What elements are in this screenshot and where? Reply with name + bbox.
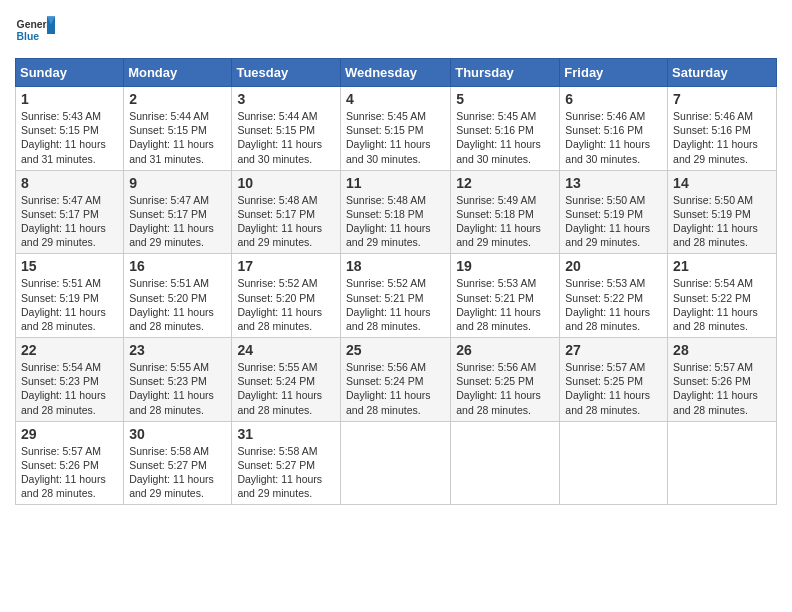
day-info: Sunrise: 5:52 AMSunset: 5:20 PMDaylight:…: [237, 277, 322, 332]
day-info: Sunrise: 5:49 AMSunset: 5:18 PMDaylight:…: [456, 194, 541, 249]
day-number: 3: [237, 91, 335, 107]
calendar-day-20: 20Sunrise: 5:53 AMSunset: 5:22 PMDayligh…: [560, 254, 668, 338]
calendar-week-5: 29Sunrise: 5:57 AMSunset: 5:26 PMDayligh…: [16, 421, 777, 505]
day-number: 14: [673, 175, 771, 191]
calendar-day-4: 4Sunrise: 5:45 AMSunset: 5:15 PMDaylight…: [340, 87, 450, 171]
day-number: 9: [129, 175, 226, 191]
calendar-day-25: 25Sunrise: 5:56 AMSunset: 5:24 PMDayligh…: [340, 338, 450, 422]
day-number: 28: [673, 342, 771, 358]
day-number: 22: [21, 342, 118, 358]
column-header-sunday: Sunday: [16, 59, 124, 87]
calendar-week-4: 22Sunrise: 5:54 AMSunset: 5:23 PMDayligh…: [16, 338, 777, 422]
day-info: Sunrise: 5:47 AMSunset: 5:17 PMDaylight:…: [129, 194, 214, 249]
day-info: Sunrise: 5:46 AMSunset: 5:16 PMDaylight:…: [673, 110, 758, 165]
calendar-day-3: 3Sunrise: 5:44 AMSunset: 5:15 PMDaylight…: [232, 87, 341, 171]
day-info: Sunrise: 5:57 AMSunset: 5:26 PMDaylight:…: [673, 361, 758, 416]
day-number: 1: [21, 91, 118, 107]
calendar-day-12: 12Sunrise: 5:49 AMSunset: 5:18 PMDayligh…: [451, 170, 560, 254]
calendar-day-5: 5Sunrise: 5:45 AMSunset: 5:16 PMDaylight…: [451, 87, 560, 171]
day-info: Sunrise: 5:50 AMSunset: 5:19 PMDaylight:…: [673, 194, 758, 249]
empty-cell: [340, 421, 450, 505]
day-number: 19: [456, 258, 554, 274]
calendar-day-31: 31Sunrise: 5:58 AMSunset: 5:27 PMDayligh…: [232, 421, 341, 505]
calendar-day-19: 19Sunrise: 5:53 AMSunset: 5:21 PMDayligh…: [451, 254, 560, 338]
calendar-day-26: 26Sunrise: 5:56 AMSunset: 5:25 PMDayligh…: [451, 338, 560, 422]
calendar-day-22: 22Sunrise: 5:54 AMSunset: 5:23 PMDayligh…: [16, 338, 124, 422]
calendar-day-13: 13Sunrise: 5:50 AMSunset: 5:19 PMDayligh…: [560, 170, 668, 254]
svg-text:Blue: Blue: [17, 31, 40, 42]
day-number: 10: [237, 175, 335, 191]
day-number: 6: [565, 91, 662, 107]
logo-icon: General Blue: [15, 10, 55, 50]
day-info: Sunrise: 5:43 AMSunset: 5:15 PMDaylight:…: [21, 110, 106, 165]
day-info: Sunrise: 5:44 AMSunset: 5:15 PMDaylight:…: [237, 110, 322, 165]
calendar-body: 1Sunrise: 5:43 AMSunset: 5:15 PMDaylight…: [16, 87, 777, 505]
day-number: 24: [237, 342, 335, 358]
day-info: Sunrise: 5:56 AMSunset: 5:25 PMDaylight:…: [456, 361, 541, 416]
day-number: 30: [129, 426, 226, 442]
day-number: 4: [346, 91, 445, 107]
calendar-week-2: 8Sunrise: 5:47 AMSunset: 5:17 PMDaylight…: [16, 170, 777, 254]
empty-cell: [668, 421, 777, 505]
day-info: Sunrise: 5:47 AMSunset: 5:17 PMDaylight:…: [21, 194, 106, 249]
column-header-wednesday: Wednesday: [340, 59, 450, 87]
calendar-day-14: 14Sunrise: 5:50 AMSunset: 5:19 PMDayligh…: [668, 170, 777, 254]
calendar-day-29: 29Sunrise: 5:57 AMSunset: 5:26 PMDayligh…: [16, 421, 124, 505]
day-number: 7: [673, 91, 771, 107]
calendar-day-24: 24Sunrise: 5:55 AMSunset: 5:24 PMDayligh…: [232, 338, 341, 422]
day-info: Sunrise: 5:46 AMSunset: 5:16 PMDaylight:…: [565, 110, 650, 165]
column-header-monday: Monday: [124, 59, 232, 87]
calendar-day-1: 1Sunrise: 5:43 AMSunset: 5:15 PMDaylight…: [16, 87, 124, 171]
day-info: Sunrise: 5:56 AMSunset: 5:24 PMDaylight:…: [346, 361, 431, 416]
day-info: Sunrise: 5:48 AMSunset: 5:18 PMDaylight:…: [346, 194, 431, 249]
calendar-day-11: 11Sunrise: 5:48 AMSunset: 5:18 PMDayligh…: [340, 170, 450, 254]
day-info: Sunrise: 5:51 AMSunset: 5:19 PMDaylight:…: [21, 277, 106, 332]
calendar-day-15: 15Sunrise: 5:51 AMSunset: 5:19 PMDayligh…: [16, 254, 124, 338]
calendar-day-27: 27Sunrise: 5:57 AMSunset: 5:25 PMDayligh…: [560, 338, 668, 422]
day-info: Sunrise: 5:58 AMSunset: 5:27 PMDaylight:…: [129, 445, 214, 500]
day-info: Sunrise: 5:53 AMSunset: 5:21 PMDaylight:…: [456, 277, 541, 332]
day-number: 18: [346, 258, 445, 274]
calendar-day-2: 2Sunrise: 5:44 AMSunset: 5:15 PMDaylight…: [124, 87, 232, 171]
empty-cell: [560, 421, 668, 505]
day-info: Sunrise: 5:51 AMSunset: 5:20 PMDaylight:…: [129, 277, 214, 332]
day-info: Sunrise: 5:52 AMSunset: 5:21 PMDaylight:…: [346, 277, 431, 332]
day-number: 25: [346, 342, 445, 358]
calendar-day-23: 23Sunrise: 5:55 AMSunset: 5:23 PMDayligh…: [124, 338, 232, 422]
day-info: Sunrise: 5:45 AMSunset: 5:15 PMDaylight:…: [346, 110, 431, 165]
day-info: Sunrise: 5:58 AMSunset: 5:27 PMDaylight:…: [237, 445, 322, 500]
day-number: 11: [346, 175, 445, 191]
day-info: Sunrise: 5:55 AMSunset: 5:24 PMDaylight:…: [237, 361, 322, 416]
column-header-friday: Friday: [560, 59, 668, 87]
calendar-day-8: 8Sunrise: 5:47 AMSunset: 5:17 PMDaylight…: [16, 170, 124, 254]
day-number: 13: [565, 175, 662, 191]
calendar-day-21: 21Sunrise: 5:54 AMSunset: 5:22 PMDayligh…: [668, 254, 777, 338]
calendar-week-3: 15Sunrise: 5:51 AMSunset: 5:19 PMDayligh…: [16, 254, 777, 338]
column-header-thursday: Thursday: [451, 59, 560, 87]
calendar-header-row: SundayMondayTuesdayWednesdayThursdayFrid…: [16, 59, 777, 87]
day-number: 31: [237, 426, 335, 442]
day-number: 16: [129, 258, 226, 274]
day-number: 12: [456, 175, 554, 191]
day-number: 26: [456, 342, 554, 358]
day-number: 5: [456, 91, 554, 107]
day-number: 2: [129, 91, 226, 107]
day-number: 23: [129, 342, 226, 358]
day-number: 21: [673, 258, 771, 274]
calendar-week-1: 1Sunrise: 5:43 AMSunset: 5:15 PMDaylight…: [16, 87, 777, 171]
calendar-day-7: 7Sunrise: 5:46 AMSunset: 5:16 PMDaylight…: [668, 87, 777, 171]
calendar-day-10: 10Sunrise: 5:48 AMSunset: 5:17 PMDayligh…: [232, 170, 341, 254]
day-info: Sunrise: 5:57 AMSunset: 5:25 PMDaylight:…: [565, 361, 650, 416]
day-number: 8: [21, 175, 118, 191]
page-header: General Blue: [15, 10, 777, 50]
day-info: Sunrise: 5:54 AMSunset: 5:23 PMDaylight:…: [21, 361, 106, 416]
day-number: 15: [21, 258, 118, 274]
calendar-day-18: 18Sunrise: 5:52 AMSunset: 5:21 PMDayligh…: [340, 254, 450, 338]
calendar-day-9: 9Sunrise: 5:47 AMSunset: 5:17 PMDaylight…: [124, 170, 232, 254]
calendar-table: SundayMondayTuesdayWednesdayThursdayFrid…: [15, 58, 777, 505]
day-info: Sunrise: 5:50 AMSunset: 5:19 PMDaylight:…: [565, 194, 650, 249]
day-number: 29: [21, 426, 118, 442]
calendar-day-16: 16Sunrise: 5:51 AMSunset: 5:20 PMDayligh…: [124, 254, 232, 338]
calendar-day-28: 28Sunrise: 5:57 AMSunset: 5:26 PMDayligh…: [668, 338, 777, 422]
calendar-day-17: 17Sunrise: 5:52 AMSunset: 5:20 PMDayligh…: [232, 254, 341, 338]
